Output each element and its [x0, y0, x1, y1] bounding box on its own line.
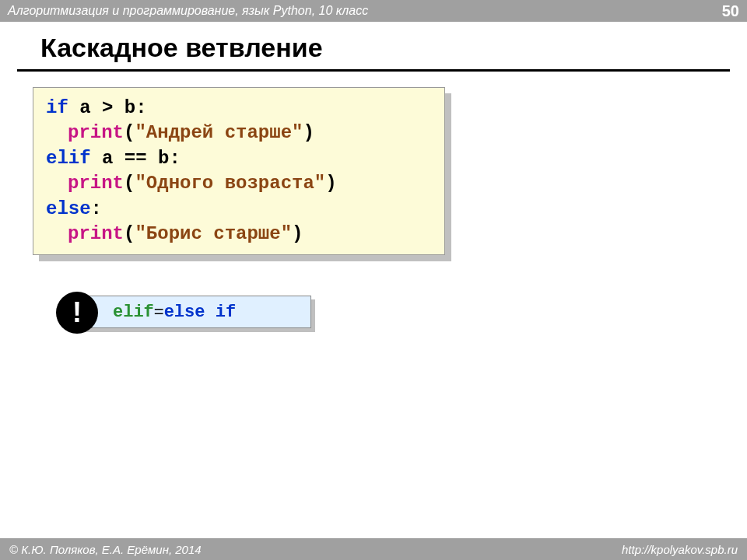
note-box: elif = else if ! [62, 296, 311, 331]
code-line-3: elif a == b: [46, 146, 432, 171]
code-line-6: print("Борис старше") [46, 222, 432, 247]
slide-title: Каскадное ветвление [17, 22, 730, 72]
note-equals: = [154, 302, 164, 322]
exclaim-icon: ! [56, 292, 98, 334]
course-label: Алгоритмизация и программирование, язык … [8, 4, 368, 18]
note-elif: elif [113, 303, 154, 322]
code-line-5: else: [46, 197, 432, 222]
page-number: 50 [722, 2, 739, 20]
header-bar: Алгоритмизация и программирование, язык … [0, 0, 747, 22]
code-line-1: if a > b: [46, 96, 432, 121]
code-line-2: print("Андрей старше") [46, 121, 432, 145]
footer-url: http://kpolyakov.spb.ru [622, 543, 738, 556]
note-else-if: else if [164, 303, 236, 322]
footer-bar: © К.Ю. Поляков, Е.А. Ерёмин, 2014 http:/… [0, 538, 747, 560]
copyright-label: © К.Ю. Поляков, Е.А. Ерёмин, 2014 [9, 543, 202, 556]
code-box: if a > b: print("Андрей старше") elif a … [33, 87, 445, 255]
code-content: if a > b: print("Андрей старше") elif a … [33, 87, 445, 255]
code-line-4: print("Одного возраста") [46, 171, 432, 196]
note-content: elif = else if [78, 296, 311, 328]
